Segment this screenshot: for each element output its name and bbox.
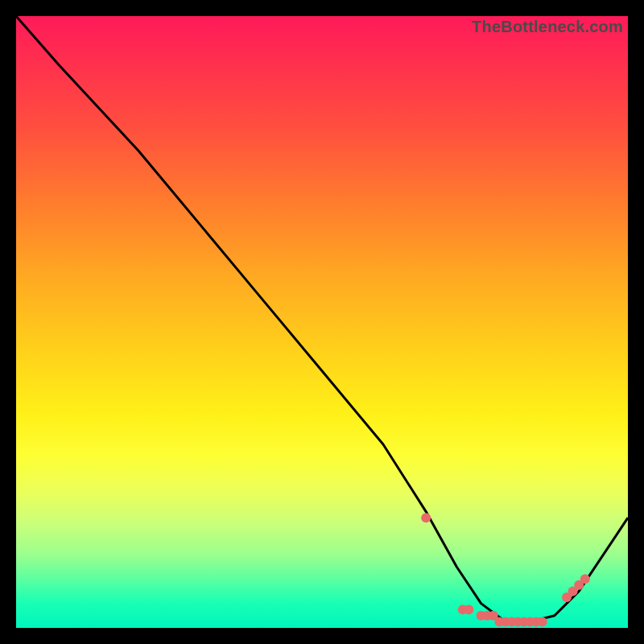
curve-path [16,16,628,621]
marker-dot [538,617,547,626]
marker-dot [421,513,431,522]
marker-dot [580,574,590,584]
curve-line [16,16,628,621]
chart-svg [16,16,628,628]
curve-markers [421,513,590,626]
chart-frame: TheBottleneck.com [16,16,628,628]
marker-dot [464,605,473,614]
